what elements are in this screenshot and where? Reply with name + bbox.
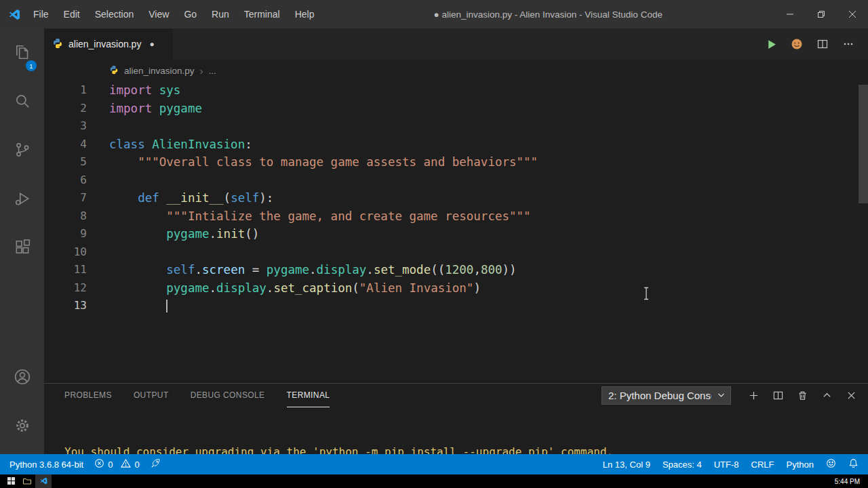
start-button[interactable] — [3, 474, 19, 488]
terminal-output[interactable]: You should consider upgrading via the 'p… — [44, 407, 868, 454]
python-extension-smiley-icon[interactable] — [789, 37, 804, 52]
line-number: 5 — [44, 153, 87, 171]
line-number: 6 — [44, 171, 87, 190]
editor-scrollbar-thumb[interactable] — [859, 85, 868, 203]
code-line[interactable]: 11 self.screen = pygame.display.set_mode… — [44, 261, 868, 279]
kill-terminal-button[interactable] — [795, 388, 810, 403]
problems-status[interactable]: 0 0 — [94, 458, 139, 470]
menu-help[interactable]: Help — [288, 0, 322, 28]
tab-problems[interactable]: PROBLEMS — [64, 384, 112, 407]
title-bar: File Edit Selection View Go Run Terminal… — [0, 0, 868, 28]
sidebar-item-source-control[interactable] — [0, 126, 44, 175]
menu-selection[interactable]: Selection — [87, 0, 142, 28]
code-line[interactable]: 9 pygame.init() — [44, 225, 868, 243]
tab-label: alien_invasion.py — [68, 39, 141, 49]
code-line[interactable]: 3 — [44, 117, 868, 136]
menu-terminal[interactable]: Terminal — [237, 0, 288, 28]
file-explorer-taskbar-button[interactable] — [19, 474, 35, 488]
account-icon — [14, 368, 31, 388]
sidebar-item-run-debug[interactable] — [0, 175, 44, 224]
eol-status[interactable]: CRLF — [751, 460, 774, 470]
sidebar-item-search[interactable] — [0, 77, 44, 126]
code-text: self.screen = pygame.display.set_mode((1… — [109, 261, 517, 279]
taskbar-clock[interactable]: 5:44 PM — [835, 478, 865, 485]
python-file-icon — [52, 38, 63, 51]
code-text: import sys — [109, 81, 180, 100]
cursor-position-status[interactable]: Ln 13, Col 9 — [603, 460, 650, 470]
code-lines: 1import sys2import pygame34class AlienIn… — [44, 81, 868, 315]
split-editor-button[interactable] — [815, 37, 830, 52]
tab-alien-invasion-py[interactable]: alien_invasion.py ● — [44, 28, 173, 60]
breadcrumb-symbol[interactable]: ... — [209, 66, 216, 76]
vscode-taskbar-button[interactable] — [35, 474, 52, 488]
code-line[interactable]: 5 """Overall class to manage game assest… — [44, 153, 868, 171]
new-terminal-button[interactable] — [746, 388, 761, 403]
terminal-picker-dropdown[interactable]: 2: Python Debug Console — [601, 386, 731, 405]
minimize-button[interactable] — [774, 0, 806, 28]
code-text: def __init__(self): — [109, 189, 273, 207]
encoding-status[interactable]: UTF-8 — [714, 460, 739, 470]
terminal-warning-line: You should consider upgrading via the 'p… — [64, 444, 868, 454]
status-bar: Python 3.6.8 64-bit 0 0 Ln 13, Col 9 Spa… — [0, 454, 868, 474]
indentation-status[interactable]: Spaces: 4 — [663, 460, 702, 470]
sidebar-item-extensions[interactable] — [0, 224, 44, 272]
line-number: 12 — [44, 279, 87, 298]
sidebar-item-settings[interactable] — [0, 402, 44, 451]
breadcrumb-file[interactable]: alien_invasion.py — [124, 66, 195, 76]
code-line[interactable]: 4class AlienInvasion: — [44, 136, 868, 154]
tab-terminal[interactable]: TERMINAL — [287, 384, 330, 407]
code-line[interactable]: 13 — [44, 297, 868, 315]
close-panel-button[interactable] — [844, 388, 859, 403]
line-number: 2 — [44, 100, 87, 118]
code-text: class AlienInvasion: — [109, 136, 252, 154]
start-icon — [7, 476, 15, 487]
run-python-file-button[interactable] — [764, 37, 778, 52]
close-button[interactable] — [837, 0, 868, 28]
menu-run[interactable]: Run — [204, 0, 237, 28]
code-line[interactable]: 12 pygame.display.set_caption("Alien Inv… — [44, 279, 868, 298]
menu-file[interactable]: File — [26, 0, 56, 28]
code-line[interactable]: 7 def __init__(self): — [44, 189, 868, 207]
line-number: 1 — [44, 81, 87, 100]
menu-go[interactable]: Go — [176, 0, 204, 28]
more-actions-button[interactable] — [841, 37, 856, 52]
notifications-button[interactable] — [848, 458, 859, 470]
line-number: 9 — [44, 225, 87, 243]
code-text: pygame.init() — [109, 225, 259, 243]
modified-indicator[interactable]: ● — [149, 39, 154, 49]
file-explorer-icon — [23, 476, 31, 487]
code-line[interactable]: 8 """Intialize the game, and create game… — [44, 207, 868, 226]
activity-bar: 1 — [0, 28, 44, 454]
language-mode-status[interactable]: Python — [787, 460, 814, 470]
code-text: """Overall class to manage game assests … — [109, 153, 538, 171]
code-line[interactable]: 2import pygame — [44, 100, 868, 118]
maximize-panel-button[interactable] — [819, 388, 834, 403]
line-number: 3 — [44, 117, 87, 136]
rocket-status-button[interactable] — [151, 458, 161, 470]
status-bar-left: Python 3.6.8 64-bit 0 0 — [9, 458, 161, 470]
code-editor[interactable]: 1import sys2import pygame34class AlienIn… — [44, 81, 868, 383]
line-number: 13 — [44, 297, 87, 315]
vscode-logo — [9, 9, 20, 20]
sidebar-item-explorer[interactable]: 1 — [0, 28, 44, 77]
code-line[interactable]: 1import sys — [44, 81, 868, 100]
source-control-icon — [14, 141, 31, 161]
feedback-button[interactable] — [826, 458, 836, 470]
code-text: """Intialize the game, and create game r… — [109, 207, 531, 226]
tab-output[interactable]: OUTPUT — [134, 384, 169, 407]
code-line[interactable]: 6 — [44, 171, 868, 190]
python-interpreter-status[interactable]: Python 3.6.8 64-bit — [9, 460, 83, 470]
tab-debug-console[interactable]: DEBUG CONSOLE — [191, 384, 265, 407]
menu-view[interactable]: View — [141, 0, 176, 28]
vscode-taskbar-icon — [40, 476, 47, 487]
terminal-picker-value: 2: Python Debug Console — [608, 390, 711, 401]
code-line[interactable]: 10 — [44, 243, 868, 262]
sidebar-item-account[interactable] — [0, 353, 44, 402]
explorer-icon — [14, 43, 31, 63]
status-bar-right: Ln 13, Col 9 Spaces: 4 UTF-8 CRLF Python — [603, 458, 859, 470]
warning-count: 0 — [134, 460, 139, 470]
panel-header: PROBLEMS OUTPUT DEBUG CONSOLE TERMINAL 2… — [44, 384, 868, 407]
restore-button[interactable] — [806, 0, 837, 28]
split-terminal-button[interactable] — [770, 388, 785, 403]
menu-edit[interactable]: Edit — [56, 0, 87, 28]
